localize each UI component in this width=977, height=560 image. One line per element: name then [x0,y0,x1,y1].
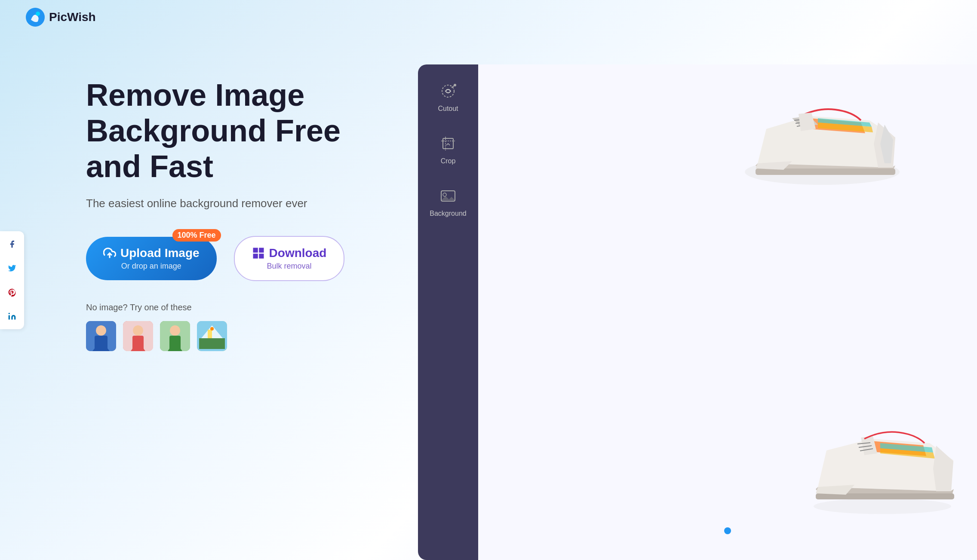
crop-icon [439,134,458,153]
upload-button-main: Upload Image [103,246,200,260]
svg-rect-13 [132,336,144,351]
svg-point-24 [454,84,456,86]
preview-area [478,64,977,560]
free-badge: 100% Free [172,229,221,242]
sample-thumb-4[interactable] [197,321,227,351]
svg-rect-36 [816,493,954,499]
no-image-prompt: No image? Try one of these [86,303,387,312]
svg-rect-16 [169,336,181,351]
background-icon [439,187,458,205]
svg-point-12 [133,325,143,336]
upload-icon [103,247,116,260]
svg-point-35 [814,499,951,514]
svg-rect-5 [259,248,264,253]
tool-crop[interactable]: Crop [439,134,458,165]
facebook-icon[interactable] [4,236,20,252]
sneaker-image-2 [801,405,964,517]
download-button-main: Download [252,246,327,260]
tool-cutout[interactable]: Cutout [438,82,458,113]
sneaker-image-1 [732,77,912,198]
svg-point-2 [9,312,10,314]
cutout-label: Cutout [438,105,458,113]
upload-button-sub: Or drop an image [121,262,181,271]
logo-text: PicWish [49,10,96,24]
logo-icon [26,8,45,27]
svg-point-1 [36,12,40,16]
logo[interactable]: PicWish [26,8,96,27]
sample-images [86,321,387,351]
right-panel: Cutout Crop Bac [418,64,977,560]
hero-title: Remove Image Background Free and Fast [86,77,387,184]
svg-point-9 [96,325,106,336]
sample-thumb-1[interactable] [86,321,116,351]
download-button-sub: Bulk removal [267,262,311,271]
svg-point-21 [210,327,214,330]
svg-rect-18 [199,338,225,349]
download-grid-icon [252,247,265,260]
twitter-icon[interactable] [4,260,20,276]
sample-thumb-3[interactable] [160,321,190,351]
tool-background[interactable]: Background [430,187,466,217]
svg-rect-6 [253,254,258,259]
linkedin-icon[interactable] [4,309,20,324]
download-button[interactable]: Download Bulk removal [234,236,345,281]
sample-thumb-2[interactable] [123,321,153,351]
main-content: Remove Image Background Free and Fast Th… [86,77,387,351]
pinterest-icon[interactable] [4,285,20,300]
svg-rect-20 [208,330,212,338]
svg-rect-4 [253,248,258,253]
upload-button[interactable]: Upload Image Or drop an image [86,237,217,280]
svg-rect-7 [259,254,264,259]
hero-subtitle: The easiest online background remover ev… [86,197,387,210]
upload-btn-wrapper: 100% Free Upload Image Or drop an image [86,237,217,280]
slider-dot[interactable] [724,527,731,534]
svg-rect-10 [95,336,108,351]
cta-buttons: 100% Free Upload Image Or drop an image [86,236,387,281]
cutout-icon [439,82,458,101]
background-label: Background [430,210,466,217]
header: PicWish [0,0,977,34]
social-sidebar [0,231,24,329]
crop-label: Crop [441,157,456,165]
svg-point-15 [170,325,180,336]
tool-sidebar: Cutout Crop Bac [418,64,478,560]
svg-point-29 [443,193,446,196]
